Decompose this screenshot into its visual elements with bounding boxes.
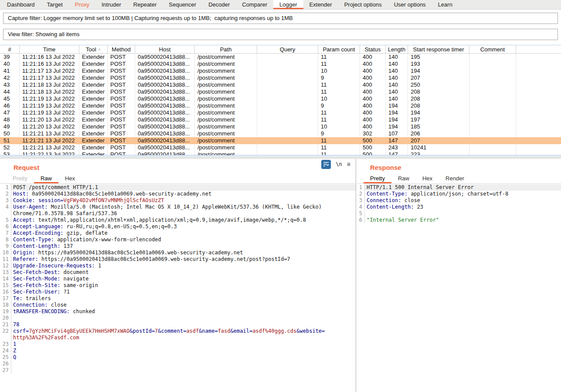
code-line: 15Sec-Fetch-Site: same-origin (0, 282, 356, 289)
log-row-44[interactable]: 4411:21:18 13 Jul 2022ExtenderPOST0a9500… (0, 88, 561, 95)
cell-length: 194 (386, 116, 408, 123)
menu-tab-sequencer[interactable]: Sequencer (163, 0, 202, 9)
column-header-time[interactable]: Time (20, 45, 79, 53)
menu-tab-logger[interactable]: Logger (273, 0, 303, 9)
cell-query (257, 68, 318, 74)
cell-filler (516, 102, 561, 109)
column-header-label: Host (159, 46, 171, 53)
log-row-40[interactable]: 4011:21:16 13 Jul 2022ExtenderPOST0a9500… (0, 61, 561, 68)
response-tab-hex[interactable]: Hex (416, 173, 439, 183)
request-tab-pretty[interactable]: Pretty (6, 173, 34, 183)
code-line: Chrome/71.0.3578.98 Safari/537.36 (0, 210, 356, 217)
log-row-49[interactable]: 4911:21:20 13 Jul 2022ExtenderPOST0a9500… (0, 123, 561, 130)
code-line: 19tRANSFER-ENCODING: chunked (0, 308, 356, 315)
request-tab-hex[interactable]: Hex (58, 173, 82, 183)
log-row-46[interactable]: 4611:21:19 13 Jul 2022ExtenderPOST0a9500… (0, 102, 561, 109)
menu-tab-extender[interactable]: Extender (303, 0, 338, 9)
column-header-label: Time (43, 46, 55, 53)
log-row-48[interactable]: 4811:21:20 13 Jul 2022ExtenderPOST0a9500… (0, 116, 561, 123)
menu-tab-repeater[interactable]: Repeater (127, 0, 163, 9)
newline-toggle-icon[interactable]: \n (336, 161, 342, 167)
cell-param-count: 11 (318, 81, 360, 88)
code-line-content: POST /post/comment HTTP/1.1 (11, 184, 356, 191)
log-row-39[interactable]: 3911:21:16 13 Jul 2022ExtenderPOST0a9500… (0, 54, 561, 61)
code-line-content: Z (11, 348, 356, 354)
cell-length: 140 (386, 81, 408, 88)
menu-tab-comparer[interactable]: Comparer (236, 0, 273, 9)
code-line: 11Referer: https://0a9500020413d88ac08c5… (0, 256, 356, 263)
log-row-41[interactable]: 4111:21:17 13 Jul 2022ExtenderPOST0a9500… (0, 68, 561, 74)
response-editor[interactable]: 1HTTP/1.1 500 Internal Server Error2Cont… (357, 184, 561, 392)
log-row-51[interactable]: 5111:21:21 13 Jul 2022ExtenderPOST0a9500… (0, 137, 561, 144)
editor-menu-icon[interactable]: ≡ (347, 161, 350, 168)
menu-tab-intruder[interactable]: Intruder (95, 0, 127, 9)
column-header-query[interactable]: Query (257, 45, 318, 53)
response-tab-pretty[interactable]: Pretty (364, 173, 391, 183)
log-row-52[interactable]: 5211:21:21 13 Jul 2022ExtenderPOST0a9500… (0, 144, 561, 151)
line-number: 16 (0, 289, 11, 295)
code-line: 24Z (0, 348, 356, 354)
column-header-status[interactable]: Status (360, 45, 386, 53)
cell-length: 194 (386, 102, 408, 109)
column-header--[interactable]: # (0, 45, 20, 53)
column-header-method[interactable]: Method (108, 45, 135, 53)
menu-tab-decoder[interactable]: Decoder (202, 0, 236, 9)
request-tab-raw[interactable]: Raw (34, 173, 58, 183)
cell-query (257, 123, 318, 130)
line-number: 11 (0, 256, 11, 263)
menu-tab-proxy[interactable]: Proxy (69, 0, 95, 9)
view-filter-bar[interactable]: View filter: Showing all items (3, 29, 558, 40)
cell-filler (516, 151, 561, 155)
code-line-content: Sec-Fetch-Site: same-origin (11, 282, 356, 289)
cell-path: /post/comment (195, 95, 257, 102)
cell--: 50 (0, 130, 20, 137)
cell-comment (469, 74, 516, 81)
cell-host: 0a9500020413d88... (135, 137, 195, 144)
column-header-param-count[interactable]: Param count (318, 45, 360, 53)
column-header-length[interactable]: Length (386, 45, 408, 53)
menu-tab-user-options[interactable]: User options (388, 0, 432, 9)
column-header-comment[interactable]: Comment (469, 45, 516, 53)
cell-path: /post/comment (195, 74, 257, 81)
line-number: 22 (0, 328, 11, 335)
log-row-50[interactable]: 5011:21:21 13 Jul 2022ExtenderPOST0a9500… (0, 130, 561, 137)
capture-filter-bar[interactable]: Capture filter: Logger memory limit set … (3, 13, 558, 24)
cell-start-response-timer: 206 (408, 130, 469, 137)
line-number (0, 335, 11, 341)
log-row-42[interactable]: 4211:21:17 13 Jul 2022ExtenderPOST0a9500… (0, 74, 561, 81)
cell-length: 140 (386, 61, 408, 68)
code-line-content: Accept-Language: ru-RU,ru;q=0.8,en-US;q=… (11, 223, 356, 230)
cell-tool: Extender (79, 123, 108, 130)
column-header-start-response-timer[interactable]: Start response timer (408, 45, 469, 53)
cell-status: 500 (360, 151, 386, 155)
log-row-47[interactable]: 4711:21:19 13 Jul 2022ExtenderPOST0a9500… (0, 109, 561, 116)
menu-tab-project-options[interactable]: Project options (338, 0, 388, 9)
response-tab-raw[interactable]: Raw (391, 173, 416, 183)
menu-tab-target[interactable]: Target (41, 0, 69, 9)
request-editor[interactable]: 1POST /post/comment HTTP/1.12Host: 0a950… (0, 184, 356, 392)
line-number: 14 (0, 276, 11, 282)
menu-tab-dashboard[interactable]: Dashboard (1, 0, 41, 9)
word-wrap-toggle-button[interactable] (321, 160, 331, 169)
line-number: 3 (357, 197, 365, 204)
line-number: 4 (357, 204, 365, 210)
line-number: 1 (357, 184, 365, 191)
log-row-43[interactable]: 4311:21:18 13 Jul 2022ExtenderPOST0a9500… (0, 81, 561, 88)
line-number: 12 (0, 263, 11, 269)
column-header-path[interactable]: Path (195, 45, 257, 53)
cell-status: 400 (360, 81, 386, 88)
response-tab-render[interactable]: Render (439, 173, 471, 183)
menu-tab-learn[interactable]: Learn (432, 0, 459, 9)
cell-param-count: 11 (318, 151, 360, 155)
code-line-content: Content-Length: 23 (365, 204, 561, 210)
cell-comment (469, 123, 516, 130)
column-header-tool[interactable]: Tool∧ (79, 45, 108, 53)
code-line-content (11, 367, 356, 374)
cell-host: 0a9500020413d88... (135, 95, 195, 102)
log-row-45[interactable]: 4511:21:19 13 Jul 2022ExtenderPOST0a9500… (0, 95, 561, 102)
cell-method: POST (108, 88, 135, 95)
column-header-host[interactable]: Host (135, 45, 195, 53)
cell-start-response-timer: 193 (408, 61, 469, 68)
log-row-53[interactable]: 5311:21:22 13 Jul 2022ExtenderPOST0a9500… (0, 151, 561, 155)
code-line: 17Te: trailers (0, 295, 356, 302)
